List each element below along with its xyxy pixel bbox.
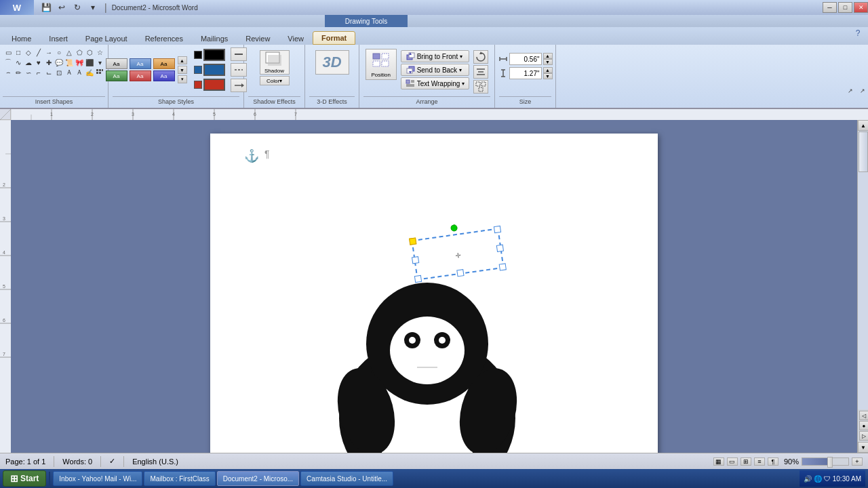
edit-shape-btn[interactable] (95, 68, 104, 77)
cloud-shape[interactable]: ☁ (24, 58, 33, 67)
square-shape[interactable]: □ (14, 47, 23, 57)
3d-effects-btn[interactable]: 3D (315, 50, 349, 75)
rectangle-shape[interactable]: ▭ (3, 47, 13, 57)
handle-tr[interactable] (494, 226, 501, 233)
redo-icon[interactable]: ↻ (71, 1, 84, 14)
zoom-in-btn[interactable]: + (852, 458, 863, 466)
style-swatch-1[interactable]: Aa (106, 58, 127, 69)
oval-shape[interactable]: ○ (54, 47, 64, 57)
line-shape[interactable]: ╱ (34, 47, 43, 57)
minimize-button[interactable]: ─ (823, 2, 837, 13)
taskbar-inbox[interactable]: Inbox - Yahoo! Mail - Wi... (53, 471, 142, 486)
sig-line-shape[interactable]: ✍ (85, 68, 94, 77)
save-icon[interactable]: 💾 (39, 1, 53, 14)
hexagon-shape[interactable]: ⬡ (85, 47, 94, 57)
text-wrapping-btn[interactable]: Text Wrapping ▾ (401, 77, 470, 89)
tab-home[interactable]: Home (3, 32, 40, 45)
brace-shape[interactable]: ⌒ (3, 58, 13, 67)
text-box-shape[interactable]: ⊡ (54, 68, 64, 77)
freeform-shape[interactable]: ✏ (14, 68, 23, 77)
style-swatch-4[interactable]: Aa (106, 70, 127, 81)
style-swatch-3[interactable]: Aa (153, 58, 175, 69)
close-button[interactable]: ✕ (854, 2, 868, 13)
arrow-shape[interactable]: → (44, 47, 54, 57)
scribble-shape[interactable]: ∽ (24, 68, 33, 77)
heart-shape[interactable]: ♥ (34, 58, 43, 67)
handle-ml[interactable] (412, 256, 419, 264)
arrange-dialog-launcher[interactable]: ↗ (848, 87, 853, 94)
prev-page-btn[interactable]: ◁ (859, 411, 868, 420)
handle-bm[interactable] (456, 269, 464, 277)
scroll-down-btn[interactable]: ▼ (858, 442, 868, 453)
size-dialog-launcher[interactable]: ↗ (860, 87, 865, 94)
shadow-color-btn[interactable]: Color▾ (260, 76, 290, 85)
scroll-thumb[interactable] (859, 131, 868, 172)
height-up-btn[interactable]: ▲ (543, 67, 553, 73)
plus-shape[interactable]: ✚ (44, 58, 54, 67)
more-shapes[interactable]: ▾ (95, 58, 104, 67)
drop-cap-shape[interactable]: Ａ (75, 68, 84, 77)
triangle-shape[interactable]: △ (64, 47, 74, 57)
send-to-back-btn[interactable]: Send to Back ▾ (401, 64, 470, 76)
style-swatch-6[interactable]: Aa (153, 70, 175, 81)
tab-references[interactable]: References (136, 32, 192, 45)
bring-to-front-btn[interactable]: Bring to Front ▾ (401, 50, 470, 62)
zoom-thumb[interactable] (827, 457, 833, 468)
tab-format[interactable]: Format (313, 31, 355, 45)
style-swatch-5[interactable]: Aa (130, 70, 151, 81)
pentagon-shape[interactable]: ⬠ (75, 47, 84, 57)
action-btn-shape[interactable]: ⬛ (85, 58, 94, 67)
shadow-effects-btn[interactable]: Shadow (260, 50, 290, 75)
view-normal-btn[interactable]: ▦ (713, 458, 724, 466)
diamond-shape[interactable]: ◇ (24, 47, 33, 57)
handle-mr[interactable] (496, 245, 504, 252)
callout-shape[interactable]: 💬 (54, 58, 64, 67)
view-reader-btn[interactable]: ▭ (727, 458, 738, 466)
width-down-btn[interactable]: ▼ (543, 59, 553, 65)
handle-br[interactable] (499, 263, 507, 270)
scroll-track[interactable] (858, 131, 868, 409)
start-button[interactable]: ⊞ Start (3, 470, 46, 487)
group-btn[interactable] (473, 80, 488, 94)
star-shape[interactable]: ☆ (95, 47, 104, 57)
help-icon[interactable]: ? (848, 27, 868, 39)
width-input[interactable] (509, 53, 542, 65)
taskbar-camtasia[interactable]: Camtasia Studio - Untitle... (300, 471, 393, 486)
tab-mailings[interactable]: Mailings (192, 32, 237, 45)
tab-view[interactable]: View (279, 32, 313, 45)
tab-insert[interactable]: Insert (40, 32, 77, 45)
width-up-btn[interactable]: ▲ (543, 53, 553, 59)
connector-shape[interactable]: ⌙ (44, 68, 54, 77)
handle-tl[interactable] (409, 237, 416, 245)
tab-page-layout[interactable]: Page Layout (77, 32, 136, 45)
styles-expand[interactable]: ▾ (178, 75, 187, 83)
styles-scroll-up[interactable]: ▲ (178, 56, 187, 64)
undo-icon[interactable]: ↩ (55, 1, 68, 14)
styles-scroll-down[interactable]: ▼ (178, 66, 187, 74)
position-btn[interactable]: Position (366, 49, 397, 80)
select-browse-btn[interactable]: ● (859, 421, 868, 430)
taskbar-word[interactable]: Document2 - Microsо... (217, 471, 299, 486)
dropdown-icon[interactable]: ▾ (86, 1, 100, 14)
align-btn[interactable] (473, 65, 488, 79)
maximize-button[interactable]: □ (838, 2, 852, 13)
style-swatch-2[interactable]: Aa (130, 58, 151, 69)
elbow-shape[interactable]: ⌐ (34, 68, 43, 77)
wave-shape[interactable]: ∿ (14, 58, 23, 67)
scroll-up-btn[interactable]: ▲ (858, 120, 868, 131)
view-draft-btn[interactable]: ¶ (768, 458, 778, 466)
height-down-btn[interactable]: ▼ (543, 73, 553, 79)
curve-shape[interactable]: ⌢ (3, 68, 13, 77)
view-outline-btn[interactable]: ≡ (754, 458, 765, 466)
tab-review[interactable]: Review (237, 32, 279, 45)
color-swatch-blue[interactable] (203, 64, 225, 76)
rotate-btn[interactable] (473, 50, 488, 64)
color-swatch-red[interactable] (203, 79, 225, 91)
scroll-shape[interactable]: 📜 (64, 58, 74, 67)
handle-bl[interactable] (414, 275, 422, 283)
taskbar-mailbox[interactable]: Mailbox : FirstClass (144, 471, 215, 486)
zoom-slider[interactable] (802, 458, 849, 466)
height-input[interactable] (509, 67, 542, 79)
banner-shape[interactable]: 🎀 (75, 58, 84, 67)
next-page-btn[interactable]: ▷ (859, 431, 868, 441)
